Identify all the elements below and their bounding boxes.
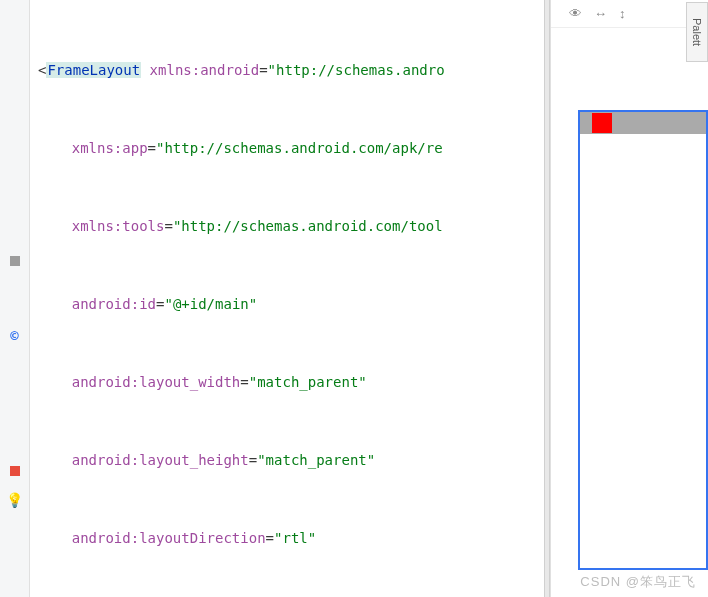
code-line: android:layoutDirection="rtl" [38,525,544,551]
padding-start-region [580,113,590,133]
preview-relativelayout [580,112,706,134]
code-line: xmlns:app="http://schemas.android.com/ap… [38,135,544,161]
eye-icon[interactable]: 👁 [569,6,582,21]
resize-vertical-icon[interactable]: ↕ [619,6,626,21]
code-line: android:layout_height="match_parent" [38,447,544,473]
preview-toolbar: 👁 ↔ ↕ [551,0,708,28]
preview-red-view [592,113,612,133]
gutter-color-grey-icon[interactable] [10,256,20,266]
code-line: <FrameLayout xmlns:android="http://schem… [38,57,544,83]
device-frame[interactable] [578,110,708,570]
layout-preview-pane: 👁 ↔ ↕ [550,0,708,597]
gutter: © 💡 [0,0,30,597]
code-line: android:layout_width="match_parent" [38,369,544,395]
gutter-color-red-icon[interactable] [10,466,20,476]
gutter-copyright-icon[interactable]: © [10,328,18,344]
editor-root: © 💡 <FrameLayout xmlns:android="http://s… [0,0,708,597]
resize-horizontal-icon[interactable]: ↔ [594,6,607,21]
bulb-icon[interactable]: 💡 [6,492,23,508]
code-line: android:id="@+id/main" [38,291,544,317]
code-line: xmlns:tools="http://schemas.android.com/… [38,213,544,239]
code-editor[interactable]: <FrameLayout xmlns:android="http://schem… [30,0,544,597]
palette-tab[interactable]: Palett [686,2,708,62]
watermark: CSDN @笨鸟正飞 [580,573,696,591]
